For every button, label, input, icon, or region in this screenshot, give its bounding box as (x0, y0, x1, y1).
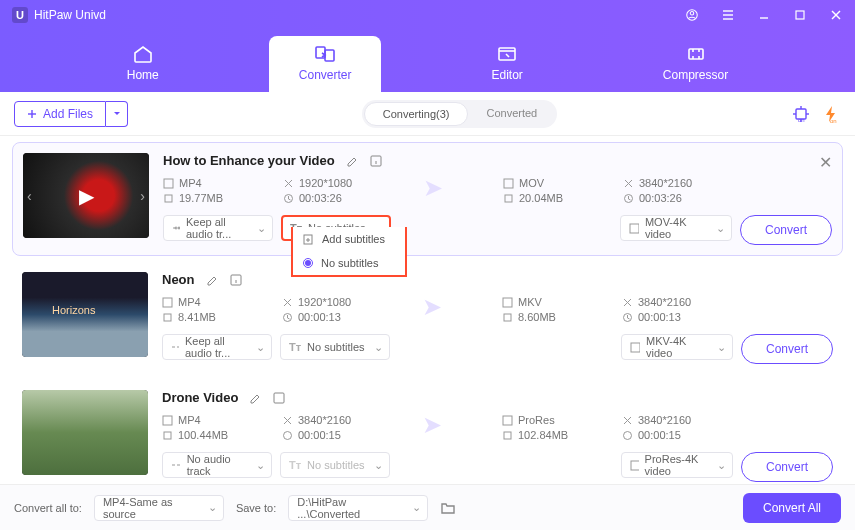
svg-line-13 (506, 54, 509, 57)
add-files-button[interactable]: Add Files (14, 101, 106, 127)
play-icon[interactable]: ▶ (79, 184, 94, 208)
tab-converting[interactable]: Converting(3) (364, 102, 469, 126)
convert-button[interactable]: Convert (741, 334, 833, 364)
subtitle-menu: Add subtitles No subtitles (291, 227, 407, 277)
svg-text:on: on (830, 118, 837, 124)
item-title: Drone Video (162, 390, 238, 405)
convert-button[interactable]: Convert (740, 215, 832, 245)
remove-item-icon[interactable]: ✕ (819, 153, 832, 172)
prev-frame-icon[interactable]: ‹ (27, 188, 32, 204)
convert-all-format-dropdown[interactable]: MP4-Same as source⌄ (94, 495, 224, 521)
svg-rect-10 (325, 50, 334, 61)
tab-editor-label: Editor (491, 68, 522, 82)
svg-rect-39 (163, 298, 172, 307)
tab-converter[interactable]: Converter (269, 36, 382, 92)
main-header: Home Converter Editor Compressor (0, 30, 855, 92)
arrow-icon: ➤ (423, 174, 443, 202)
thumbnail[interactable] (22, 272, 148, 357)
audio-dropdown[interactable]: No audio track⌄ (162, 452, 272, 478)
thumbnail[interactable] (22, 390, 148, 475)
svg-rect-50 (503, 416, 512, 425)
open-folder-icon[interactable] (440, 500, 456, 516)
svg-rect-43 (504, 314, 511, 321)
menu-icon[interactable] (721, 8, 735, 22)
logo-icon: U (12, 7, 28, 23)
maximize-icon[interactable] (793, 8, 807, 22)
svg-rect-28 (165, 195, 172, 202)
tab-converter-label: Converter (299, 68, 352, 82)
item-title: How to Enhance your Video (163, 153, 335, 168)
item-title: Neon (162, 272, 195, 287)
info-icon[interactable] (272, 391, 286, 405)
preset-dropdown[interactable]: ProRes-4K video⌄ (621, 452, 733, 478)
add-files-dropdown[interactable] (106, 101, 128, 127)
tab-compressor-label: Compressor (663, 68, 728, 82)
svg-point-49 (284, 431, 292, 439)
svg-rect-27 (164, 179, 173, 188)
add-files-group: Add Files (14, 101, 128, 127)
list-item[interactable]: Neon MP41920*1080 8.41MB00:00:13 ➤ MKV38… (12, 262, 843, 374)
svg-rect-45 (631, 343, 640, 352)
save-to-label: Save to: (236, 502, 276, 514)
list-item[interactable]: ‹ › ▶ How to Enhance your Video MP41920*… (12, 142, 843, 256)
svg-rect-14 (689, 49, 703, 59)
toolbar-right: on on (791, 104, 841, 124)
subtitle-dropdown[interactable]: TтNo subtitles⌄ (280, 334, 390, 360)
tab-editor[interactable]: Editor (461, 36, 552, 92)
tab-home-label: Home (127, 68, 159, 82)
info-icon[interactable] (369, 154, 383, 168)
svg-rect-42 (503, 298, 512, 307)
account-icon[interactable] (685, 8, 699, 22)
svg-rect-46 (274, 393, 284, 403)
svg-rect-6 (796, 11, 804, 19)
preset-dropdown[interactable]: MOV-4K video⌄ (620, 215, 732, 241)
subtitle-menu-add[interactable]: Add subtitles (293, 227, 405, 251)
footer: Convert all to: MP4-Same as source⌄ Save… (0, 484, 855, 530)
svg-rect-30 (504, 179, 513, 188)
svg-text:on: on (798, 117, 805, 123)
edit-icon[interactable] (345, 154, 359, 168)
convert-button[interactable]: Convert (741, 452, 833, 482)
svg-rect-31 (505, 195, 512, 202)
minimize-icon[interactable] (757, 8, 771, 22)
fast-mode-icon[interactable]: on (821, 104, 841, 124)
arrow-icon: ➤ (422, 293, 442, 321)
list-item[interactable]: Drone Video MP43840*2160 100.44MB00:00:1… (12, 380, 843, 484)
info-icon[interactable] (229, 273, 243, 287)
edit-icon[interactable] (248, 391, 262, 405)
app-logo: U HitPaw Univd (12, 7, 106, 23)
svg-rect-40 (164, 314, 171, 321)
thumbnail[interactable]: ‹ › ▶ (23, 153, 149, 238)
close-icon[interactable] (829, 8, 843, 22)
convert-all-button[interactable]: Convert All (743, 493, 841, 523)
tab-home[interactable]: Home (97, 36, 189, 92)
svg-point-1 (690, 12, 694, 16)
toolbar: Add Files Converting(3) Converted on on (0, 92, 855, 136)
hardware-accel-icon[interactable]: on (791, 104, 811, 124)
app-title: HitPaw Univd (34, 8, 106, 22)
svg-point-52 (624, 431, 632, 439)
convert-all-to-label: Convert all to: (14, 502, 82, 514)
save-to-dropdown[interactable]: D:\HitPaw ...\Converted⌄ (288, 495, 428, 521)
tab-compressor[interactable]: Compressor (633, 36, 758, 92)
tab-converted[interactable]: Converted (468, 102, 555, 126)
audio-dropdown[interactable]: Keep all audio tr...⌄ (162, 334, 272, 360)
svg-rect-35 (630, 224, 639, 233)
arrow-icon: ➤ (422, 411, 442, 439)
svg-rect-53 (631, 461, 639, 470)
titlebar: U HitPaw Univd (0, 0, 855, 30)
add-files-label: Add Files (43, 107, 93, 121)
subtitle-dropdown[interactable]: TтNo subtitles⌄ (280, 452, 390, 478)
audio-dropdown[interactable]: Keep all audio tr...⌄ (163, 215, 273, 241)
next-frame-icon[interactable]: › (140, 188, 145, 204)
file-list: ‹ › ▶ How to Enhance your Video MP41920*… (0, 136, 855, 484)
radio-icon (303, 258, 313, 268)
subtitle-menu-none[interactable]: No subtitles (293, 251, 405, 275)
svg-rect-47 (163, 416, 172, 425)
svg-rect-48 (164, 432, 171, 439)
window-controls (685, 8, 843, 22)
edit-icon[interactable] (205, 273, 219, 287)
queue-tabs: Converting(3) Converted (362, 100, 557, 128)
preset-dropdown[interactable]: MKV-4K video⌄ (621, 334, 733, 360)
svg-rect-51 (504, 432, 511, 439)
